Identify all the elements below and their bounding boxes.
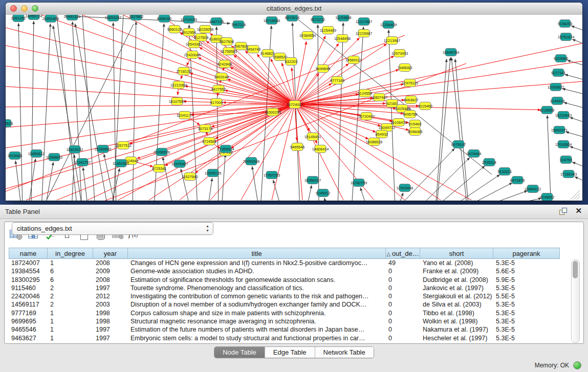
network-node-yellow[interactable]: 12215987 <box>356 30 372 37</box>
window-titlebar[interactable]: citations_edges.txt <box>6 3 582 15</box>
network-node-teal[interactable]: 1467135 <box>209 18 224 26</box>
column-header-title[interactable]: title <box>128 248 386 259</box>
network-node-teal[interactable]: 9158253 <box>558 20 572 28</box>
tab-node-table[interactable]: Node Table <box>214 347 265 358</box>
network-node-yellow[interactable]: 18107557 <box>169 98 185 105</box>
network-node-teal[interactable]: 2935114 <box>482 159 496 166</box>
close-panel-icon[interactable]: ✕ <box>575 206 582 215</box>
network-node-yellow[interactable]: 11254409 <box>320 27 336 34</box>
scrollbar-thumb[interactable] <box>573 261 578 278</box>
network-node-teal[interactable]: 25260650 <box>95 145 111 153</box>
table-row[interactable]: 969969511998Structural magnetic resonanc… <box>9 317 560 325</box>
network-select-dropdown[interactable]: citations_edges.txt ▲▼ <box>12 222 213 235</box>
network-node-yellow[interactable]: 8096085 <box>408 128 422 136</box>
network-node-yellow[interactable]: 12213967 <box>384 37 400 45</box>
network-node-teal[interactable]: 1527602 <box>129 15 143 20</box>
network-canvas[interactable]: 1872400798601238912954182260589127509818… <box>6 15 582 201</box>
network-node-yellow[interactable]: 16720407 <box>358 113 375 120</box>
network-node-teal[interactable]: 7957224 <box>231 21 246 29</box>
network-node-teal[interactable]: 9313525 <box>6 120 13 127</box>
network-node-teal[interactable]: 17016504 <box>555 141 572 148</box>
network-node-teal[interactable]: 10719155 <box>181 16 197 24</box>
column-header-out_de[interactable]: △out_de… <box>386 248 420 259</box>
network-node-teal[interactable]: 17957253 <box>264 171 280 179</box>
table-row[interactable]: 1872400712008Changes of HCN gene express… <box>9 259 560 267</box>
network-node-teal[interactable]: 12093822 <box>548 83 564 91</box>
network-node-yellow[interactable]: 854932 <box>376 130 388 138</box>
network-node-teal[interactable]: 9329966 <box>554 55 568 62</box>
network-node-teal[interactable]: 15751874 <box>558 33 574 41</box>
network-node-yellow[interactable]: 9115460 <box>418 102 432 110</box>
table-row[interactable]: 1830029562008Estimation of significance … <box>9 276 560 284</box>
table-row[interactable]: 1456911722003Disruption of a novel membe… <box>9 300 560 309</box>
network-node-yellow[interactable]: 9860123 <box>167 26 182 33</box>
network-node-yellow[interactable]: 9465546 <box>290 143 304 151</box>
table-row[interactable]: 946362711997Embryonic stem cells: a mode… <box>9 334 560 342</box>
network-view[interactable]: 1872400798601238912954182260589127509818… <box>6 15 582 201</box>
network-node-yellow[interactable]: 10807487 <box>371 94 387 101</box>
network-node-yellow[interactable]: 3073174 <box>198 125 212 133</box>
network-node-yellow[interactable]: 19384554 <box>299 32 316 39</box>
network-node-yellow[interactable]: 417004 <box>210 99 223 106</box>
network-node-teal[interactable]: 13505135 <box>205 169 221 177</box>
network-node-yellow[interactable]: 9724581 <box>202 138 216 145</box>
network-node-yellow[interactable]: 832203 <box>285 58 297 65</box>
network-node-yellow[interactable]: 915469 <box>409 120 421 128</box>
network-node-teal[interactable]: 20491328 <box>64 15 80 20</box>
network-node-yellow[interactable]: 8427552 <box>211 85 226 93</box>
network-node-teal[interactable]: 15819232 <box>67 146 83 154</box>
network-node-teal[interactable]: 17160343 <box>560 170 577 178</box>
network-node-yellow[interactable]: 9827508 <box>220 38 234 46</box>
network-node-yellow[interactable]: 2718120 <box>177 68 191 75</box>
network-node-yellow[interactable]: 8454749 <box>246 46 260 53</box>
network-node-teal[interactable]: 9474444 <box>467 150 481 158</box>
network-node-yellow[interactable]: 14806414 <box>312 145 329 153</box>
network-node-teal[interactable]: 20053346 <box>243 158 259 165</box>
network-node-yellow[interactable]: 8725341 <box>152 165 166 172</box>
network-node-yellow[interactable]: 9777169 <box>330 77 344 84</box>
tab-edge-table[interactable]: Edge Table <box>265 347 315 358</box>
network-node-teal[interactable]: 10975487 <box>171 160 188 168</box>
table-vertical-scrollbar[interactable] <box>571 259 580 343</box>
network-node-teal[interactable]: 9245652 <box>540 193 554 201</box>
table-row[interactable]: 977716911998Corpus callosum shape and si… <box>9 309 560 317</box>
network-node-teal[interactable]: 20891406 <box>42 15 59 23</box>
network-node-teal[interactable]: 8471676 <box>510 177 525 184</box>
network-node-teal[interactable]: 14055724 <box>26 15 42 20</box>
network-node-yellow[interactable]: 10543362 <box>186 40 202 48</box>
column-header-name[interactable]: name <box>9 248 48 259</box>
float-panel-icon[interactable] <box>559 208 568 215</box>
network-node-yellow[interactable]: 3124554 <box>358 90 372 97</box>
tab-network-table[interactable]: Network Table <box>315 347 374 358</box>
network-node-teal[interactable]: 9572232 <box>311 16 325 24</box>
table-row[interactable]: 2242004622012Investigating the contribut… <box>9 292 560 300</box>
network-node-yellow[interactable]: 12975115 <box>402 79 418 87</box>
network-node-yellow[interactable]: 12213363 <box>170 81 187 89</box>
network-node-yellow[interactable]: 12041177 <box>177 112 193 119</box>
network-node-yellow[interactable]: 14569117 <box>345 56 362 64</box>
network-node-teal[interactable]: 11451905 <box>113 160 129 167</box>
network-node-teal[interactable]: 6479197 <box>451 141 466 148</box>
network-node-teal[interactable]: 13850612 <box>28 150 45 158</box>
network-node-teal[interactable]: 20206576 <box>154 148 170 156</box>
network-node-teal[interactable]: 10653287 <box>105 15 121 21</box>
table-row[interactable]: 1938455462009Genome-wide association stu… <box>9 267 560 275</box>
network-node-teal[interactable]: 7632621 <box>497 168 512 176</box>
network-node-yellow[interactable]: 10577511 <box>115 142 132 149</box>
network-node-teal[interactable]: 8215958 <box>540 106 554 114</box>
network-node-teal[interactable]: 12254409 <box>380 21 397 29</box>
network-node-yellow[interactable]: 7485063 <box>398 64 412 72</box>
network-node-yellow[interactable]: 9699695 <box>316 65 330 73</box>
network-node-teal[interactable]: 6466160 <box>157 15 171 23</box>
network-node-teal[interactable]: 3915983 <box>8 152 22 160</box>
table-row[interactable]: 946554611997Estimation of the future num… <box>9 325 560 334</box>
network-node-teal[interactable]: 19218586 <box>264 17 280 25</box>
column-header-short[interactable]: short <box>420 248 493 259</box>
network-node-teal[interactable]: 1244418 <box>550 97 564 105</box>
network-node-teal[interactable]: 16648784 <box>443 49 459 56</box>
network-node-teal[interactable]: 11568693 <box>46 154 62 161</box>
network-node-teal[interactable]: 9245012 <box>316 189 330 197</box>
network-node-teal[interactable]: 12923448 <box>397 184 413 192</box>
network-node-teal[interactable]: 11154808 <box>335 15 351 21</box>
network-node-teal[interactable]: 2061250 <box>11 15 26 22</box>
